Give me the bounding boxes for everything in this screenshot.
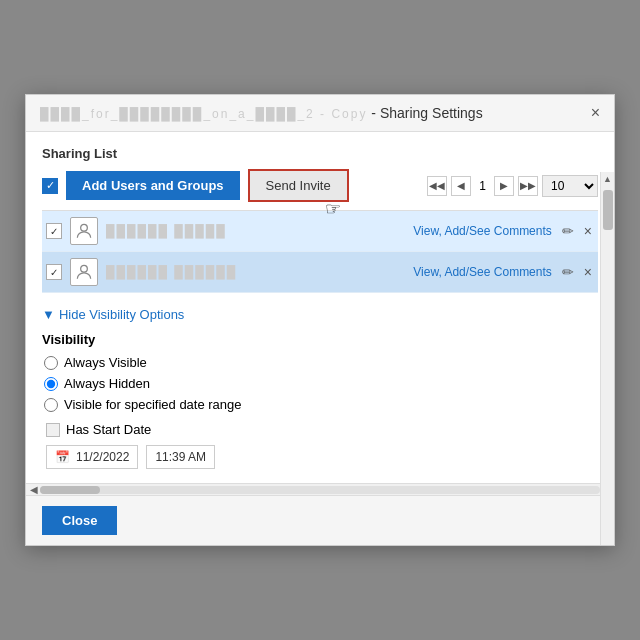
triangle-down-icon: ▼ xyxy=(42,307,55,322)
user-1-actions: ✏ × xyxy=(560,223,594,239)
user-2-remove-button[interactable]: × xyxy=(582,264,594,280)
dialog-title-bar: ████_for_████████_on_a_████_2 - Copy - S… xyxy=(26,95,614,132)
has-start-date-row: Has Start Date xyxy=(46,422,598,437)
user-2-checkbox[interactable] xyxy=(46,264,62,280)
time-value: 11:39 AM xyxy=(155,450,206,464)
scrollbar-thumb[interactable] xyxy=(40,486,100,494)
pagination-row: ◀◀ ◀ 1 ▶ ▶▶ 10 25 50 xyxy=(427,175,598,197)
user-row: ██████ █████ View, Add/See Comments ✏ × xyxy=(42,211,598,252)
has-start-date-label: Has Start Date xyxy=(66,422,151,437)
radio-always-hidden-input[interactable] xyxy=(44,377,58,391)
title-blurred-text: ████_for_████████_on_a_████_2 - Copy xyxy=(40,107,367,121)
scrollbar-track xyxy=(40,486,600,494)
page-last-button[interactable]: ▶▶ xyxy=(518,176,538,196)
svg-point-1 xyxy=(81,265,88,272)
visibility-label: Visibility xyxy=(42,332,598,347)
has-start-date-checkbox[interactable] xyxy=(46,423,60,437)
user-1-name: ██████ █████ xyxy=(106,224,405,238)
page-prev-button[interactable]: ◀ xyxy=(451,176,471,196)
svg-point-0 xyxy=(81,224,88,231)
user-1-remove-button[interactable]: × xyxy=(582,223,594,239)
user-2-name: ██████ ██████ xyxy=(106,265,405,279)
dialog-title: ████_for_████████_on_a_████_2 - Copy - S… xyxy=(40,105,483,121)
user-1-avatar xyxy=(70,217,98,245)
user-2-permission[interactable]: View, Add/See Comments xyxy=(413,265,552,279)
sharing-list-label: Sharing List xyxy=(42,146,598,161)
date-section: Has Start Date 📅 11/2/2022 11:39 AM xyxy=(46,422,598,469)
calendar-icon: 📅 xyxy=(55,450,70,464)
add-users-button[interactable]: Add Users and Groups xyxy=(66,171,240,200)
date-field[interactable]: 📅 11/2/2022 xyxy=(46,445,138,469)
date-row: 📅 11/2/2022 11:39 AM xyxy=(46,445,598,469)
visibility-section: ▼ Hide Visibility Options Visibility Alw… xyxy=(42,307,598,469)
dialog-body: Sharing List Add Users and Groups Send I… xyxy=(26,132,614,483)
user-list: ██████ █████ View, Add/See Comments ✏ × xyxy=(42,210,598,293)
radio-date-range[interactable]: Visible for specified date range xyxy=(44,397,598,412)
dialog-close-button[interactable]: × xyxy=(591,105,600,121)
user-2-edit-button[interactable]: ✏ xyxy=(560,264,576,280)
radio-always-visible-input[interactable] xyxy=(44,356,58,370)
vertical-scrollbar[interactable]: ▲ xyxy=(600,172,614,545)
scroll-up-arrow[interactable]: ▲ xyxy=(601,172,614,186)
send-invite-button[interactable]: Send Invite xyxy=(248,169,349,202)
sharing-settings-dialog: ████_for_████████_on_a_████_2 - Copy - S… xyxy=(25,94,615,546)
radio-always-visible-label: Always Visible xyxy=(64,355,147,370)
close-button[interactable]: Close xyxy=(42,506,117,535)
page-next-button[interactable]: ▶ xyxy=(494,176,514,196)
user-1-edit-button[interactable]: ✏ xyxy=(560,223,576,239)
radio-always-hidden[interactable]: Always Hidden xyxy=(44,376,598,391)
radio-always-hidden-label: Always Hidden xyxy=(64,376,150,391)
scroll-left-arrow[interactable]: ◀ xyxy=(28,484,40,495)
horizontal-scrollbar[interactable]: ◀ ▶ xyxy=(26,483,614,495)
hide-visibility-toggle[interactable]: ▼ Hide Visibility Options xyxy=(42,307,598,322)
visibility-radio-group: Always Visible Always Hidden Visible for… xyxy=(44,355,598,412)
dialog-footer: Close xyxy=(26,495,614,545)
radio-always-visible[interactable]: Always Visible xyxy=(44,355,598,370)
time-field[interactable]: 11:39 AM xyxy=(146,445,215,469)
user-row: ██████ ██████ View, Add/See Comments ✏ × xyxy=(42,252,598,293)
toolbar-row: Add Users and Groups Send Invite ☞ ◀◀ ◀ … xyxy=(42,169,598,202)
page-first-button[interactable]: ◀◀ xyxy=(427,176,447,196)
page-number: 1 xyxy=(475,179,490,193)
scroll-v-thumb[interactable] xyxy=(603,190,613,230)
title-suffix: - Sharing Settings xyxy=(371,105,482,121)
select-all-checkbox[interactable] xyxy=(42,178,58,194)
send-invite-wrapper: Send Invite ☞ xyxy=(248,169,349,202)
visibility-toggle-label: Hide Visibility Options xyxy=(59,307,184,322)
radio-date-range-label: Visible for specified date range xyxy=(64,397,242,412)
user-1-checkbox[interactable] xyxy=(46,223,62,239)
date-value: 11/2/2022 xyxy=(76,450,129,464)
user-1-permission[interactable]: View, Add/See Comments xyxy=(413,224,552,238)
per-page-select[interactable]: 10 25 50 xyxy=(542,175,598,197)
user-2-avatar xyxy=(70,258,98,286)
radio-date-range-input[interactable] xyxy=(44,398,58,412)
user-2-actions: ✏ × xyxy=(560,264,594,280)
